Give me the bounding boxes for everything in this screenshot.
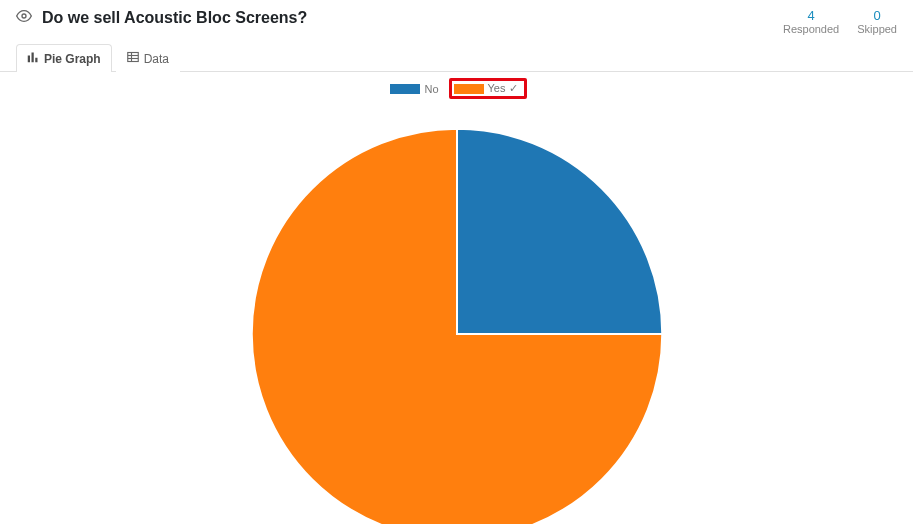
svg-rect-2 (32, 53, 34, 63)
svg-rect-4 (127, 53, 138, 62)
table-icon (127, 51, 139, 66)
question-title: Do we sell Acoustic Bloc Screens? (42, 9, 307, 27)
legend-swatch-no (390, 84, 420, 94)
chart-area: No Yes ✓ (0, 72, 913, 524)
svg-rect-3 (35, 58, 37, 63)
responded-label: Responded (783, 23, 839, 35)
legend-item-yes-highlighted[interactable]: Yes ✓ (449, 78, 527, 99)
legend-swatch-yes (454, 84, 484, 94)
eye-icon (16, 8, 32, 27)
skipped-count: 0 (857, 8, 897, 23)
skipped-label: Skipped (857, 23, 897, 35)
svg-rect-1 (28, 56, 30, 63)
pie-chart (242, 119, 672, 524)
tab-bar: Pie Graph Data (0, 39, 913, 72)
bar-chart-icon (27, 51, 39, 66)
svg-point-0 (22, 14, 26, 18)
skipped-stat: 0 Skipped (857, 8, 897, 35)
tab-data-label: Data (144, 52, 169, 66)
tab-pie-label: Pie Graph (44, 52, 101, 66)
responded-count: 4 (783, 8, 839, 23)
chart-legend: No Yes ✓ (0, 72, 913, 99)
title-block: Do we sell Acoustic Bloc Screens? (16, 8, 307, 27)
responded-stat: 4 Responded (783, 8, 839, 35)
survey-stats: 4 Responded 0 Skipped (783, 8, 897, 35)
legend-no-label: No (424, 83, 438, 95)
tab-pie-graph[interactable]: Pie Graph (16, 44, 112, 72)
tab-data[interactable]: Data (116, 44, 180, 72)
header: Do we sell Acoustic Bloc Screens? 4 Resp… (0, 0, 913, 39)
legend-yes-label: Yes ✓ (488, 82, 518, 95)
pie-slice-no[interactable] (457, 129, 662, 334)
legend-item-no[interactable]: No (386, 81, 442, 97)
